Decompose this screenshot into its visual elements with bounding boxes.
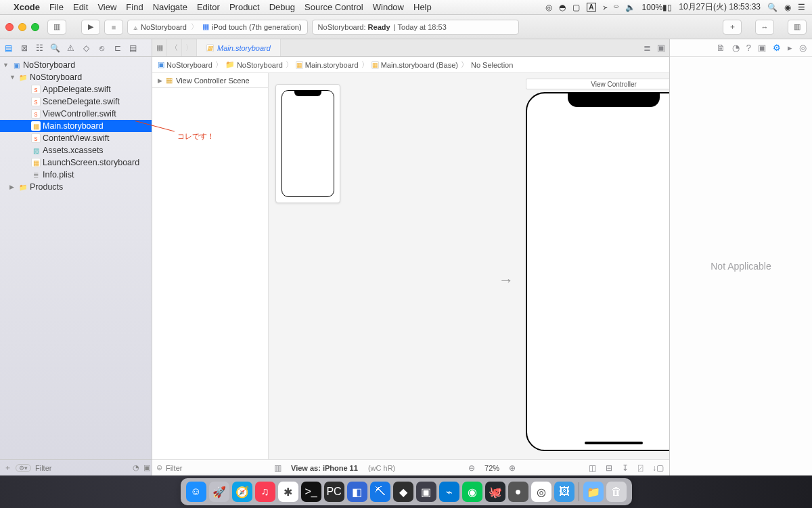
navigator-filter-input[interactable] [35,464,129,472]
project-navigator-tab[interactable]: ▤ [3,43,14,53]
connections-inspector-tab[interactable]: ◎ [799,43,807,53]
battery-status[interactable]: 100% ▮▯ [642,3,673,12]
report-navigator-tab[interactable]: ▤ [127,43,139,53]
products-group[interactable]: ▶📁Products [0,181,152,193]
notification-center-icon[interactable]: ☰ [798,3,805,12]
identity-inspector-tab[interactable]: ▣ [758,43,766,53]
dock-app-foo2[interactable]: ◆ [393,482,413,502]
stop-button[interactable]: ■ [104,20,123,35]
status-icon[interactable]: ◎ [545,3,552,12]
issue-navigator-tab[interactable]: ⚠ [65,43,76,53]
run-button[interactable]: ▶ [81,20,100,35]
clock[interactable]: 10月27日(火) 18:53:33 [679,1,761,13]
adjust-editor-icon[interactable]: ▣ [657,43,665,53]
dock-app-terminal[interactable]: >_ [301,482,321,502]
dock-app-github[interactable]: 🐙 [485,482,505,502]
library-button[interactable]: ＋ [723,20,742,35]
minimize-window-button[interactable] [18,23,26,31]
source-control-navigator-tab[interactable]: ⊠ [18,43,30,53]
scm-filter-icon[interactable]: ▣ [143,463,150,472]
dock-app-music[interactable]: ♫ [255,482,275,502]
history-inspector-tab[interactable]: ◔ [732,43,740,53]
outline-filter-input[interactable] [166,464,265,472]
test-navigator-tab[interactable]: ◇ [81,43,92,53]
align-button[interactable]: ◫ [589,463,596,473]
menu-view[interactable]: View [97,2,116,12]
menu-editor[interactable]: Editor [197,2,220,12]
nav-back-button[interactable]: 〈 [167,39,182,56]
toggle-outline-button[interactable]: ▥ [274,463,281,473]
wifi-icon[interactable]: ⌔ [614,3,618,12]
zoom-in-button[interactable]: ⊕ [509,463,516,473]
editor-tab[interactable]: ▦ Main.storyboard [197,39,281,56]
file-inspector-tab[interactable]: 🗎 [717,43,725,53]
code-review-button[interactable]: ↔ [755,20,774,35]
volume-icon[interactable]: 🔈 [625,3,635,12]
dock-app-foo4[interactable]: ● [508,482,528,502]
menu-edit[interactable]: Edit [73,2,88,12]
project-root[interactable]: ▼▣NoStoryboard [0,59,152,71]
siri-icon[interactable]: ◉ [784,3,791,12]
dock-folder[interactable]: 📁 [583,482,604,502]
file-row[interactable]: sContentView.swift [0,132,152,144]
project-group[interactable]: ▼📁NoStoryboard [0,71,152,83]
scheme-selector[interactable]: ⟁ NoStoryboard 〉 ▦ iPod touch (7th gener… [127,20,308,35]
menu-find[interactable]: Find [126,2,143,12]
dock-app-line[interactable]: ◉ [462,482,482,502]
close-window-button[interactable] [5,23,14,31]
help-inspector-tab[interactable]: ? [746,43,751,53]
dock-app-foo3[interactable]: ▣ [416,482,436,502]
filter-scope-button[interactable]: ⚙▾ [16,464,31,472]
initial-vc-arrow-icon[interactable]: → [499,272,514,289]
scene-thumbnail[interactable] [275,84,340,203]
app-menu[interactable]: Xcode [14,2,40,12]
size-inspector-tab[interactable]: ▸ [788,43,792,53]
breakpoint-navigator-tab[interactable]: ⊏ [112,43,123,53]
menu-window[interactable]: Window [373,2,404,12]
menu-source-control[interactable]: Source Control [304,2,363,12]
menu-help[interactable]: Help [413,2,432,12]
dock-app-launchpad[interactable]: 🚀 [209,482,229,502]
embed-button[interactable]: ⍁ [638,463,643,473]
menu-navigate[interactable]: Navigate [153,2,187,12]
recent-filter-icon[interactable]: ◔ [133,463,139,472]
find-navigator-tab[interactable]: 🔍 [49,43,61,53]
file-row[interactable]: sAppDelegate.swift [0,83,152,96]
status-icon[interactable]: ◓ [559,3,566,12]
dock-app-xcode[interactable]: ⛏ [370,482,390,502]
menu-file[interactable]: File [49,2,64,12]
dock-app-preview[interactable]: 🖼 [554,482,574,502]
file-row-selected[interactable]: ▦Main.storyboard [0,120,152,132]
dock-app-foo1[interactable]: ◧ [347,482,367,502]
outline-scene-row[interactable]: ▶ ▦ View Controller Scene [152,73,268,88]
dock-app-pycharm[interactable]: PC [324,482,344,502]
dock-app-vscode[interactable]: ⌁ [439,482,459,502]
debug-navigator-tab[interactable]: ⎋ [96,43,108,53]
interface-builder-canvas[interactable]: View Controller → [269,73,669,475]
view-controller-canvas[interactable] [526,92,669,451]
zoom-window-button[interactable] [31,23,39,31]
related-items-button[interactable]: ▦ [152,39,167,56]
file-row[interactable]: sViewController.swift [0,108,152,120]
file-row[interactable]: ≣Info.plist [0,169,152,181]
dock-app-safari[interactable]: 🧭 [232,482,252,502]
toggle-inspector-button[interactable]: ▥ [788,20,807,35]
editor-option-icon[interactable]: ≣ [644,43,651,53]
pin-button[interactable]: ⊟ [606,463,612,473]
bluetooth-icon[interactable]: ᚛ [603,3,607,12]
file-row[interactable]: ▦LaunchScreen.storyboard [0,156,152,169]
attributes-inspector-tab[interactable]: ⚙ [773,43,781,53]
status-icon[interactable]: ▢ [572,3,580,12]
dock-app-slack[interactable]: ✱ [278,482,298,502]
nav-forward-button[interactable]: 〉 [182,39,197,56]
zoom-level[interactable]: 72% [484,464,499,472]
dock-trash[interactable]: 🗑 [606,482,627,502]
resolve-issues-button[interactable]: ↧ [622,463,629,473]
jump-bar[interactable]: ▣NoStoryboard〉 📁NoStoryboard〉 ▦Main.stor… [152,57,669,73]
zoom-out-button[interactable]: ⊖ [468,463,475,473]
spotlight-icon[interactable]: 🔍 [767,3,777,12]
menu-product[interactable]: Product [229,2,260,12]
view-controller-title[interactable]: View Controller [526,79,669,89]
view-as-control[interactable]: View as: iPhone 11 (wC hR) [291,464,395,472]
menu-debug[interactable]: Debug [269,2,295,12]
